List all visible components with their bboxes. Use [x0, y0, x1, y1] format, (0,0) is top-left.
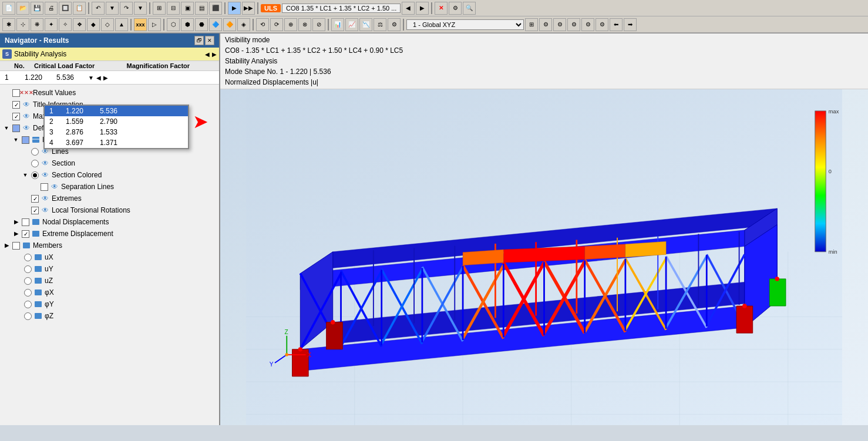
- view3d-btn3[interactable]: ⬣: [195, 18, 208, 31]
- tree-result-values[interactable]: ✕✕✕ Result Values: [0, 87, 219, 99]
- radio-uz[interactable]: uZ: [12, 275, 219, 287]
- view3d-btn2[interactable]: ⬢: [181, 18, 194, 31]
- tree-separation-lines[interactable]: 👁 Separation Lines: [0, 181, 219, 193]
- coord-btn[interactable]: ⊞: [525, 18, 538, 31]
- draw-btn5[interactable]: ✧: [59, 18, 72, 31]
- tree-nodal-disp[interactable]: ▶ Nodal Displacements: [0, 216, 219, 228]
- anim-btn4[interactable]: ⊗: [298, 18, 311, 31]
- gear-btn3[interactable]: ⚙: [567, 18, 580, 31]
- expand-title-info[interactable]: [2, 100, 11, 109]
- btn5[interactable]: 🔲: [59, 2, 72, 15]
- radio-phix-btn[interactable]: [24, 289, 32, 297]
- redo-btn[interactable]: ↷: [120, 2, 133, 15]
- new-btn[interactable]: 📄: [2, 2, 15, 15]
- view-btn3[interactable]: ▣: [181, 2, 194, 15]
- check-members[interactable]: [22, 136, 29, 144]
- expand-section-colored[interactable]: ▼: [21, 171, 29, 179]
- btn6[interactable]: 📋: [73, 2, 86, 15]
- btn3[interactable]: 💾: [31, 2, 43, 15]
- radio-ux-btn[interactable]: [24, 254, 32, 261]
- tree-extremes[interactable]: 👁 Extremes: [0, 193, 219, 204]
- gear-btn4[interactable]: ⚙: [581, 18, 594, 31]
- result-btn1[interactable]: 📊: [331, 18, 344, 31]
- expand-nodal-disp[interactable]: ▶: [12, 218, 20, 226]
- expand-members-bottom[interactable]: ▶: [2, 241, 11, 250]
- draw-btn3[interactable]: ❋: [31, 18, 43, 31]
- view3d-btn6[interactable]: ◈: [237, 18, 250, 31]
- open-btn[interactable]: 📂: [16, 2, 29, 15]
- view3d-btn1[interactable]: ⬡: [167, 18, 180, 31]
- view-btn4[interactable]: ▤: [195, 2, 208, 15]
- radio-lines[interactable]: [31, 148, 39, 156]
- anim-btn1[interactable]: ⟲: [256, 18, 269, 31]
- undo-dropdown[interactable]: ▼: [106, 2, 119, 15]
- draw-btn1[interactable]: ✱: [2, 18, 15, 31]
- gear-btn2[interactable]: ⚙: [553, 18, 566, 31]
- check-local-torsional[interactable]: [31, 207, 39, 214]
- expand-deformation[interactable]: ▼: [2, 124, 11, 132]
- result-btn4[interactable]: ⚖: [374, 18, 386, 31]
- tree-section-colored[interactable]: ▼ 👁 Section Colored: [0, 169, 219, 181]
- coord-system-dropdown[interactable]: 1 - Global XYZ: [406, 19, 524, 30]
- draw-btn6[interactable]: ❖: [73, 18, 86, 31]
- view-btn5[interactable]: ⬛: [209, 2, 222, 15]
- anim-btn3[interactable]: ⊕: [284, 18, 297, 31]
- gear-btn7[interactable]: ➡: [624, 18, 637, 31]
- tb-btn11[interactable]: 🔍: [463, 2, 476, 15]
- check-maxmin-info[interactable]: [12, 113, 20, 120]
- analysis-type-select[interactable]: Stability Analysis: [14, 50, 203, 58]
- draw-btn4[interactable]: ✦: [45, 18, 58, 31]
- tree-local-torsional[interactable]: 👁 Local Torsional Rotations: [0, 204, 219, 216]
- view-btn2[interactable]: ⊟: [167, 2, 180, 15]
- check-extreme-disp[interactable]: [22, 230, 29, 238]
- draw-btn8[interactable]: ◇: [101, 18, 114, 31]
- check-deformation[interactable]: [12, 124, 20, 132]
- radio-uy-btn[interactable]: [24, 265, 32, 273]
- dlist-row-4[interactable]: 4 3.697 1.371: [45, 137, 188, 148]
- prev-btn[interactable]: ◀: [402, 2, 415, 15]
- tree-section[interactable]: 👁 Section: [0, 157, 219, 169]
- view3d-btn5[interactable]: 🔶: [223, 18, 236, 31]
- radio-phiz-btn[interactable]: [24, 312, 32, 320]
- result-btn5[interactable]: ⚙: [388, 18, 401, 31]
- view-btn1[interactable]: ⊞: [153, 2, 166, 15]
- close-nav-btn[interactable]: ✕: [205, 36, 214, 45]
- dlist-row-1[interactable]: 1 1.220 5.536: [45, 106, 188, 116]
- snap-btn1[interactable]: xxx: [134, 18, 147, 31]
- check-extremes[interactable]: [31, 195, 39, 203]
- draw-btn7[interactable]: ◆: [87, 18, 100, 31]
- undo-btn[interactable]: ↶: [92, 2, 105, 15]
- radio-uy[interactable]: uY: [12, 263, 219, 275]
- close-btn[interactable]: ✕: [435, 2, 448, 15]
- view-canvas[interactable]: X Z Y max: [220, 89, 868, 425]
- restore-btn[interactable]: 🗗: [194, 36, 204, 45]
- check-separation-lines[interactable]: [41, 183, 48, 191]
- selected-row-display[interactable]: 1 1.220 5.536 ▼ ◀ ▶: [2, 72, 217, 83]
- anim-btn5[interactable]: ⊘: [312, 18, 325, 31]
- expand-maxmin-info[interactable]: [2, 112, 11, 120]
- anim-btn2[interactable]: ⟳: [270, 18, 283, 31]
- gear-btn5[interactable]: ⚙: [596, 18, 608, 31]
- row-next-btn[interactable]: ▶: [103, 75, 108, 81]
- expand-extreme-disp[interactable]: ▶: [12, 230, 20, 238]
- check-members-bottom[interactable]: [12, 242, 20, 250]
- check-title-info[interactable]: [12, 101, 20, 109]
- row-dropdown-btn[interactable]: ▼: [88, 75, 94, 81]
- analysis-prev-btn[interactable]: ◀: [205, 51, 210, 58]
- run-btn[interactable]: ▶: [228, 2, 241, 15]
- tb-btn10[interactable]: ⚙: [449, 2, 462, 15]
- check-nodal-disp[interactable]: [22, 218, 29, 226]
- radio-phiy[interactable]: φY: [12, 298, 219, 310]
- next-btn[interactable]: ▶: [416, 2, 429, 15]
- result-btn3[interactable]: 📉: [359, 18, 372, 31]
- result-btn2[interactable]: 📈: [345, 18, 358, 31]
- expand-result-values[interactable]: [2, 89, 11, 97]
- radio-section-colored[interactable]: [31, 171, 39, 179]
- radio-uz-btn[interactable]: [24, 277, 32, 285]
- expand-members[interactable]: ▼: [12, 136, 20, 144]
- dlist-row-3[interactable]: 3 2.876 1.533: [45, 127, 188, 137]
- analysis-next-btn[interactable]: ▶: [212, 51, 217, 58]
- gear-btn6[interactable]: ⬅: [610, 18, 623, 31]
- redo-dropdown[interactable]: ▼: [134, 2, 147, 15]
- radio-ux[interactable]: uX: [12, 251, 219, 263]
